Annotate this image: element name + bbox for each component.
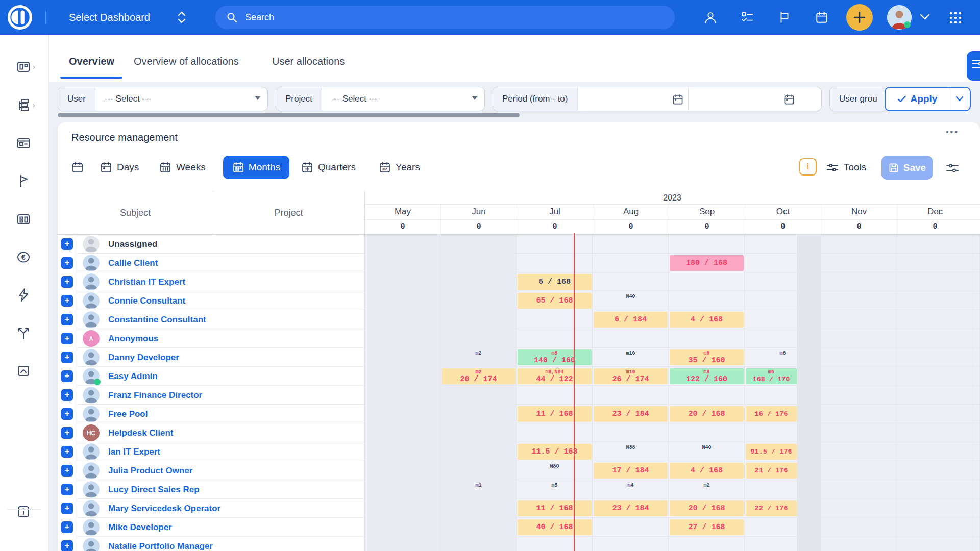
user-name-link[interactable]: Natalie Portfolio Manager xyxy=(108,537,213,551)
panel-menu-button[interactable]: ••• xyxy=(946,128,959,137)
allocation-note[interactable]: N80 xyxy=(517,464,593,469)
allocation-cell[interactable]: 65 / 168 xyxy=(518,293,592,309)
filters-scrollbar[interactable] xyxy=(58,113,520,117)
allocation-cell[interactable]: 16 / 176 xyxy=(746,406,797,422)
allocation-cell[interactable]: 6 / 184 xyxy=(594,312,668,328)
tab-user-allocations[interactable]: User allocations xyxy=(272,35,345,80)
allocation-note[interactable]: N88 xyxy=(593,445,669,450)
user-name-link[interactable]: Constantine Consultant xyxy=(108,310,206,329)
add-allocation-button[interactable]: + xyxy=(61,521,73,533)
add-allocation-button[interactable]: + xyxy=(61,238,73,250)
apps-grid-icon[interactable] xyxy=(948,11,963,25)
search-input[interactable]: Search xyxy=(215,6,675,29)
quick-filter-tab[interactable] xyxy=(967,51,980,81)
info-icon[interactable] xyxy=(16,504,31,519)
save-button[interactable]: Save xyxy=(881,156,933,180)
tools-button[interactable]: Tools xyxy=(826,156,866,179)
allocation-note[interactable]: m2 xyxy=(440,350,517,356)
user-name-link[interactable]: Mike Developer xyxy=(108,518,172,537)
view-quarters-button[interactable]: Quarters xyxy=(301,156,356,179)
user-name-link[interactable]: Anonymous xyxy=(108,329,158,348)
chevron-down-icon[interactable] xyxy=(919,13,931,21)
tab-overview[interactable]: Overview xyxy=(69,35,114,80)
dashboard-selector[interactable]: Select Dashboard xyxy=(69,0,150,35)
project-tree-icon[interactable] xyxy=(16,97,31,113)
allocation-cell[interactable]: m8,N6444 / 122 xyxy=(518,368,592,384)
user-name-link[interactable]: Easy Admin xyxy=(108,367,158,386)
add-allocation-button[interactable]: + xyxy=(61,408,73,420)
allocation-cell[interactable]: 180 / 168 xyxy=(670,255,744,271)
user-name-link[interactable]: Connie Consultant xyxy=(108,291,185,310)
allocation-cell[interactable]: 5 / 168 xyxy=(518,274,592,290)
app-logo[interactable] xyxy=(7,5,33,30)
add-allocation-button[interactable]: + xyxy=(61,276,73,288)
allocation-note[interactable]: m5 xyxy=(517,483,593,488)
allocation-cell[interactable]: 4 / 168 xyxy=(670,463,744,479)
add-allocation-button[interactable]: + xyxy=(61,465,73,477)
user-name-link[interactable]: Franz Finance Director xyxy=(108,386,202,405)
add-allocation-button[interactable]: + xyxy=(61,257,73,269)
user-icon[interactable] xyxy=(704,11,717,24)
allocation-cell[interactable]: 22 / 176 xyxy=(746,500,797,516)
allocation-note[interactable]: N40 xyxy=(669,445,745,450)
calendar-icon[interactable] xyxy=(783,93,795,106)
window-icon[interactable] xyxy=(16,136,31,151)
allocation-cell[interactable]: 17 / 184 xyxy=(594,463,668,479)
add-allocation-button[interactable]: + xyxy=(61,314,73,325)
user-name-link[interactable]: Lucy Direct Sales Rep xyxy=(108,480,200,499)
allocation-cell[interactable]: m220 / 174 xyxy=(442,368,516,384)
user-filter-select[interactable]: --- Select --- xyxy=(95,87,267,111)
dashboard-icon[interactable] xyxy=(16,59,31,74)
lightning-icon[interactable] xyxy=(16,287,31,303)
period-from-input[interactable] xyxy=(577,87,688,111)
add-allocation-button[interactable]: + xyxy=(61,540,73,551)
tasks-icon[interactable] xyxy=(741,11,754,24)
add-allocation-button[interactable]: + xyxy=(61,333,73,344)
user-name-link[interactable]: Free Pool xyxy=(108,405,148,423)
chevron-right-icon[interactable]: › xyxy=(33,101,35,109)
flag-icon[interactable] xyxy=(16,173,31,189)
project-filter-select[interactable]: --- Select --- xyxy=(322,87,484,111)
view-months-button[interactable]: Months xyxy=(223,156,289,179)
allocation-cell[interactable]: m8122 / 160 xyxy=(670,368,744,384)
calendar-icon[interactable] xyxy=(815,11,828,24)
allocation-cell[interactable]: 4 / 168 xyxy=(670,312,744,328)
user-name-link[interactable]: Callie Client xyxy=(108,254,158,272)
allocation-cell[interactable]: 23 / 184 xyxy=(594,500,668,516)
add-allocation-button[interactable]: + xyxy=(61,352,73,363)
allocation-note[interactable]: m6 xyxy=(745,350,821,356)
user-name-link[interactable]: Christian IT Expert xyxy=(108,272,185,291)
add-allocation-button[interactable]: + xyxy=(61,389,73,401)
allocation-cell[interactable]: 91.5 / 176 xyxy=(746,444,797,460)
allocation-note[interactable]: m1 xyxy=(440,483,517,488)
allocation-cell[interactable]: 20 / 168 xyxy=(670,406,744,422)
project-column-header[interactable]: Project xyxy=(213,191,364,235)
jump-to-date-button[interactable] xyxy=(71,156,84,179)
flag-icon[interactable] xyxy=(778,11,791,24)
view-days-button[interactable]: Days xyxy=(100,156,139,179)
subject-column-header[interactable]: Subject xyxy=(58,191,213,235)
add-allocation-button[interactable]: + xyxy=(61,503,73,514)
add-allocation-button[interactable]: + xyxy=(61,484,73,495)
user-name-link[interactable]: Julia Product Owner xyxy=(108,461,192,480)
allocation-note[interactable]: m10 xyxy=(593,350,669,356)
allocation-note[interactable]: N40 xyxy=(593,294,669,299)
euro-icon[interactable]: € xyxy=(16,249,31,265)
allocation-cell[interactable]: 20 / 168 xyxy=(670,500,744,516)
allocation-cell[interactable]: 11 / 168 xyxy=(518,500,592,516)
allocation-cell[interactable]: m1026 / 174 xyxy=(594,368,668,384)
apply-dropdown-button[interactable] xyxy=(949,88,970,110)
add-allocation-button[interactable]: + xyxy=(61,427,73,439)
dashboard-selector-chevrons-icon[interactable] xyxy=(177,10,187,24)
allocation-cell[interactable]: 11 / 168 xyxy=(518,406,592,422)
calendar-icon[interactable] xyxy=(672,93,684,106)
split-arrows-icon[interactable] xyxy=(16,325,31,341)
user-name-link[interactable]: Mary Servicedesk Operator xyxy=(108,499,220,518)
user-name-link[interactable]: Danny Developer xyxy=(108,348,179,367)
info-badge[interactable]: i xyxy=(799,158,817,176)
allocation-cell[interactable]: 40 / 168 xyxy=(518,519,592,535)
allocation-cell[interactable]: 23 / 184 xyxy=(594,406,668,422)
view-years-button[interactable]: 365 Years xyxy=(379,156,420,179)
user-name-link[interactable]: Helpdesk Client xyxy=(108,423,174,442)
user-name-link[interactable]: Ian IT Expert xyxy=(108,442,160,461)
